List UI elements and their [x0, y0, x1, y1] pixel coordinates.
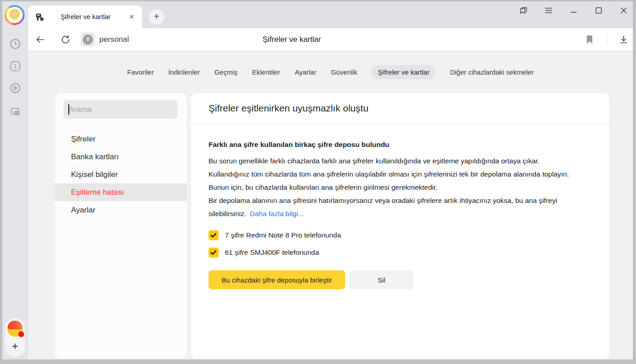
paragraph-1: Bu sorun genellikle farklı cihazlarda fa…: [209, 154, 585, 167]
new-tab-button[interactable]: +: [149, 9, 164, 25]
avatar-girl-image: [6, 7, 23, 23]
address-toolbar: Y personal Şifreler ve kartlar: [28, 28, 633, 51]
user-avatar[interactable]: [5, 5, 25, 25]
vault-row-smj: 61 şifre SMJ400F telefonunda: [209, 248, 584, 258]
nav-indirilenler[interactable]: İndirilenler: [168, 65, 201, 79]
passwords-sidebar-panel: Şifreler Banka kartları Kişisel bilgiler…: [55, 93, 187, 359]
tab-panels-icon[interactable]: [518, 5, 529, 16]
svg-text:1: 1: [14, 63, 17, 70]
toolbar-divider: [607, 35, 607, 45]
play-media-icon[interactable]: [8, 81, 22, 95]
more-info-link[interactable]: Daha fazla bilgi...: [250, 210, 304, 217]
nav-guvenlik[interactable]: Güvenlik: [330, 65, 358, 79]
left-sidebar-rail: 1 +: [2, 1, 28, 359]
toolbar-page-title: Şifreler ve kartlar: [224, 28, 360, 51]
sidebar-item-esitleme-hatasi[interactable]: Eşitleme hatası: [55, 183, 187, 201]
vault-checkbox-group: 7 şifre Redmi Note 8 Pro telefonunda 61 …: [209, 230, 584, 258]
sidebar-item-banka-kartlari[interactable]: Banka kartları: [55, 148, 187, 166]
history-clock-icon[interactable]: [8, 37, 22, 51]
vault-row-redmi: 7 şifre Redmi Note 8 Pro telefonunda: [209, 230, 584, 240]
paragraph-3: Bir depolama alanının ana şifresini hatı…: [209, 194, 585, 220]
pinned-apps-pill: +: [5, 318, 25, 357]
conflict-subtitle: Farklı ana şifre kullanılan birkaç şifre…: [209, 141, 584, 149]
nav-diger-cihazlar[interactable]: Diğer cihazlardaki sekmeler: [449, 65, 534, 79]
close-window-icon[interactable]: [618, 5, 629, 16]
tab-title: Şifreler ve kartlar: [45, 13, 127, 20]
vault-label: 61 şifre SMJ400F telefonunda: [225, 248, 319, 257]
back-icon[interactable]: [35, 34, 46, 45]
panel-header: Şifreler eşitlenirken uyuşmazlık oluştu: [191, 93, 609, 124]
nav-gecmis[interactable]: Geçmiş: [214, 65, 239, 79]
page-title: Şifreler eşitlenirken uyuşmazlık oluştu: [209, 103, 368, 114]
profile-badge[interactable]: Y: [81, 32, 95, 47]
nav-ayarlar[interactable]: Ayarlar: [294, 65, 317, 79]
browser-window: 1 + Şi: [0, 0, 636, 364]
browser-tab[interactable]: Şifreler ve kartlar ×: [28, 5, 142, 28]
window-controls: [518, 5, 629, 16]
nav-eklentiler[interactable]: Eklentiler: [251, 65, 281, 79]
bookmark-icon[interactable]: [584, 34, 595, 45]
paragraph-2: Kullandığınız tüm cihazlarda tüm ana şif…: [209, 167, 585, 194]
nav-favoriler[interactable]: Favoriler: [126, 65, 154, 79]
minimize-icon[interactable]: [568, 5, 579, 16]
vault-label: 7 şifre Redmi Note 8 Pro telefonunda: [225, 231, 341, 239]
tabs-counter-icon[interactable]: 1: [8, 59, 22, 73]
downloads-icon[interactable]: [618, 34, 629, 45]
menu-icon[interactable]: [543, 5, 554, 16]
settings-content: Favoriler İndirilenler Geçmiş Eklentiler…: [28, 51, 633, 359]
action-buttons: Bu cihazdaki şifre deposuyla birleştir S…: [209, 270, 584, 289]
search-input[interactable]: [64, 100, 178, 119]
maximize-icon[interactable]: [593, 5, 604, 16]
nav-sifreler-ve-kartlar[interactable]: Şifreler ve kartlar: [371, 65, 436, 79]
screenshot-camera-icon[interactable]: [8, 105, 22, 118]
delete-button[interactable]: Sil: [350, 270, 413, 289]
checkbox-checked-icon[interactable]: [209, 248, 219, 258]
settings-nav: Favoriler İndirilenler Geçmiş Eklentiler…: [28, 64, 633, 80]
sidebar-item-sifreler[interactable]: Şifreler: [55, 130, 187, 148]
merge-button[interactable]: Bu cihazdaki şifre deposuyla birleştir: [209, 270, 345, 289]
sync-conflict-panel: Şifreler eşitlenirken uyuşmazlık oluştu …: [191, 93, 609, 359]
sidebar-item-kisisel-bilgiler[interactable]: Kişisel bilgiler: [55, 166, 187, 183]
checkbox-checked-icon[interactable]: [209, 230, 219, 240]
passwords-key-icon: [35, 12, 45, 22]
yandex-app-logo[interactable]: [7, 321, 23, 337]
sidebar-item-ayarlar[interactable]: Ayarlar: [55, 201, 187, 219]
address-bar-text[interactable]: personal: [99, 28, 129, 51]
tab-close-icon[interactable]: ×: [127, 12, 137, 22]
conflict-description: Bu sorun genellikle farklı cihazlarda fa…: [209, 154, 585, 220]
text-caret: [68, 104, 69, 115]
yandex-y-icon: Y: [83, 35, 93, 45]
reload-icon[interactable]: [60, 34, 71, 45]
sidebar-menu: Şifreler Banka kartları Kişisel bilgiler…: [55, 130, 187, 219]
add-app-button[interactable]: +: [5, 339, 25, 354]
